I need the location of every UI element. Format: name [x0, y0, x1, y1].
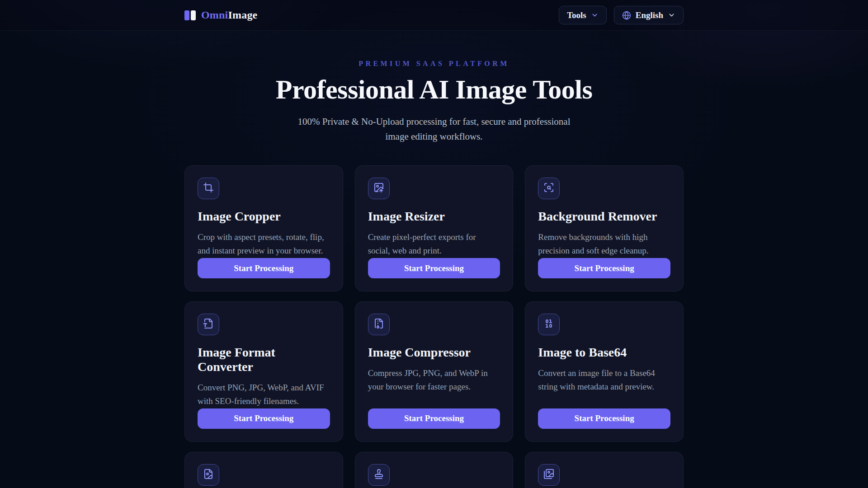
globe-icon — [622, 11, 631, 20]
tool-title: Background Remover — [538, 209, 657, 224]
tool-card: Background Remover Remove backgrounds wi… — [525, 165, 684, 291]
file-image-icon — [203, 469, 214, 481]
start-processing-button[interactable]: Start Processing — [368, 258, 500, 278]
tool-card: Image Resizer Create pixel-perfect expor… — [355, 165, 514, 291]
file-archive-icon — [373, 318, 384, 331]
chevron-down-icon — [668, 11, 675, 19]
tool-description: Create pixel-perfect exports for social,… — [368, 230, 500, 258]
stamp-icon — [373, 469, 384, 481]
tool-icon-tile — [538, 178, 560, 199]
tool-title: Image Format Converter — [198, 345, 330, 374]
hero-subtitle: 100% Private & No-Upload processing for … — [289, 114, 579, 144]
tool-card: Image Cropper Crop with aspect presets, … — [184, 165, 343, 291]
file-type-icon — [203, 318, 214, 331]
start-processing-button[interactable]: Start Processing — [538, 408, 670, 429]
binary-icon — [543, 318, 554, 331]
brand-name-secondary: Image — [228, 9, 257, 21]
hero-section: PREMIUM SAAS PLATFORM Professional AI Im… — [0, 31, 868, 144]
images-icon — [543, 469, 554, 481]
crop-icon — [203, 182, 214, 195]
tool-card: Image Format Converter Convert PNG, JPG,… — [184, 301, 343, 442]
header-nav: Tools English — [559, 6, 684, 24]
chevron-down-icon — [591, 11, 599, 19]
hero-eyebrow: PREMIUM SAAS PLATFORM — [0, 60, 868, 68]
tool-card: Image Compressor Compress JPG, PNG, and … — [355, 301, 514, 442]
tool-description: Crop with aspect presets, rotate, flip, … — [198, 230, 330, 258]
language-dropdown-label: English — [636, 10, 663, 20]
tool-icon-tile — [368, 178, 390, 199]
tool-card: Image Watermarker — [355, 452, 514, 488]
tool-icon-tile — [538, 314, 560, 335]
tools-grid: Image Cropper Crop with aspect presets, … — [184, 165, 684, 488]
tool-icon-tile — [368, 314, 390, 335]
tool-description: Compress JPG, PNG, and WebP in your brow… — [368, 366, 500, 394]
tool-icon-tile — [538, 464, 560, 486]
omniimage-logo[interactable]: OmniImage — [184, 9, 257, 21]
tool-title: Image Cropper — [198, 209, 281, 224]
start-processing-button[interactable]: Start Processing — [538, 258, 670, 278]
tool-card: Base64 to Image — [184, 452, 343, 488]
tool-title: Image to Base64 — [538, 345, 627, 360]
start-processing-button[interactable]: Start Processing — [198, 258, 330, 278]
tool-icon-tile — [198, 464, 219, 486]
tool-description: Remove backgrounds with high precision a… — [538, 230, 670, 258]
image-up-icon — [373, 182, 384, 195]
start-processing-button[interactable]: Start Processing — [198, 408, 330, 429]
top-navigation-bar: OmniImage Tools English — [0, 0, 868, 31]
tool-description: Convert PNG, JPG, WebP, and AVIF with SE… — [198, 381, 330, 408]
tool-title: Image Resizer — [368, 209, 445, 224]
start-processing-button[interactable]: Start Processing — [368, 408, 500, 429]
tool-icon-tile — [198, 178, 219, 199]
tool-icon-tile — [198, 314, 219, 335]
tools-dropdown-label: Tools — [567, 10, 586, 20]
tool-icon-tile — [368, 464, 390, 486]
two-bars-logo-icon — [184, 10, 196, 20]
language-dropdown-button[interactable]: English — [614, 6, 684, 24]
scan-search-icon — [543, 182, 554, 195]
tool-title: Image Compressor — [368, 345, 471, 360]
tool-card: Image to Base64 Convert an image file to… — [525, 301, 684, 442]
tools-dropdown-button[interactable]: Tools — [559, 6, 607, 24]
page-title: Professional AI Image Tools — [0, 74, 868, 105]
tool-card: Image to PDF — [525, 452, 684, 488]
brand-name-primary: Omni — [201, 9, 228, 21]
tool-description: Convert an image file to a Base64 string… — [538, 366, 670, 394]
brand-name: OmniImage — [201, 9, 257, 21]
